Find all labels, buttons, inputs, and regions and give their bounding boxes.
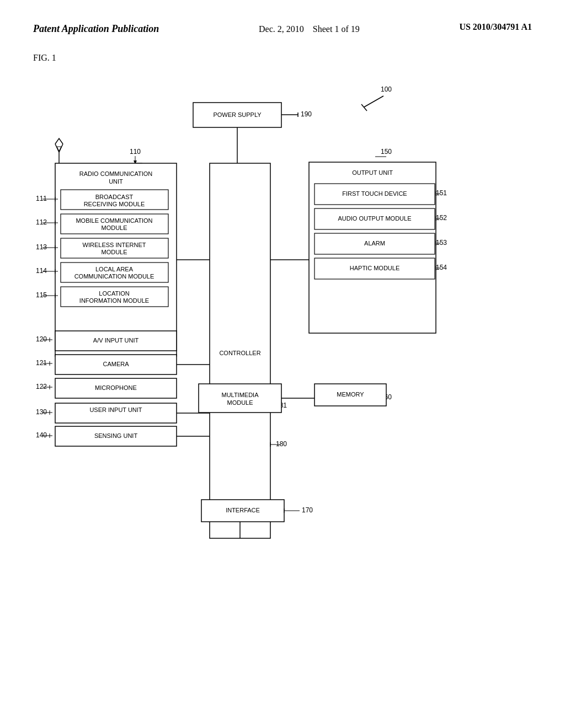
controller-label: CONTROLLER <box>219 350 260 356</box>
haptic-label: HAPTIC MODULE <box>350 265 399 271</box>
svg-line-0 <box>364 96 383 107</box>
svg-line-1 <box>361 104 367 111</box>
ref-151: 151 <box>436 189 447 197</box>
ref-140: 140 <box>36 431 47 439</box>
sensing-label: SENSING UNIT <box>94 432 138 439</box>
wireless-label: WIRELESS INTERNET <box>83 242 146 248</box>
multimedia-label: MULTIMEDIA <box>221 392 259 398</box>
header-center: Dec. 2, 2010 Sheet 1 of 19 <box>259 22 360 36</box>
ref-112: 112 <box>36 218 47 226</box>
camera-label: CAMERA <box>103 361 129 367</box>
broadcast-label: BROADCAST <box>95 194 134 200</box>
ref-100: 100 <box>381 85 392 93</box>
location-label: LOCATION <box>99 290 129 297</box>
ref-114: 114 <box>36 267 47 275</box>
ref-111: 111 <box>36 195 47 202</box>
broadcast-label2: RECEIVING MODULE <box>84 201 145 207</box>
output-unit-label: OUTPUT UNIT <box>352 169 393 176</box>
ref-120: 120 <box>36 335 47 343</box>
ref-110: 110 <box>130 148 141 156</box>
ref-153: 153 <box>436 239 447 247</box>
alarm-label: ALARM <box>364 240 385 247</box>
mobile-comm-label2: MODULE <box>101 224 127 231</box>
header-patent-number: US 2010/304791 A1 <box>459 22 532 32</box>
svg-line-54 <box>59 144 63 152</box>
ref-154: 154 <box>436 264 447 271</box>
user-input-label: USER INPUT UNIT <box>89 406 142 413</box>
ref-180: 180 <box>276 440 287 448</box>
local-area-label2: COMMUNICATION MODULE <box>74 273 154 280</box>
multimedia-label2: MODULE <box>227 399 253 406</box>
ref-152: 152 <box>436 214 447 222</box>
ref-170: 170 <box>302 506 313 514</box>
wireless-label2: MODULE <box>101 249 127 255</box>
memory-label: MEMORY <box>337 391 364 398</box>
audio-output-label: AUDIO OUTPUT MODULE <box>338 215 411 222</box>
mobile-comm-label: MOBILE COMMUNICATION <box>76 217 152 224</box>
microphone-label: MICROPHONE <box>95 384 137 391</box>
patent-diagram: 100 POWER SUPPLY 190 110 RADIO COMMUNICA… <box>0 42 565 693</box>
svg-line-53 <box>55 144 59 152</box>
location-label2: INFORMATION MODULE <box>79 297 149 304</box>
diagram-area: FIG. 1 100 POWER SUPPLY 190 110 RADIO CO… <box>0 42 565 693</box>
interface-label: INTERFACE <box>226 507 260 513</box>
header-publication: Patent Application Publication <box>33 22 159 36</box>
local-area-label: LOCAL AREA <box>95 266 134 272</box>
radio-comm-label: RADIO COMMUNICATION <box>79 170 152 177</box>
ref-150: 150 <box>381 148 392 156</box>
multimedia-box <box>199 384 281 413</box>
ref-130: 130 <box>36 408 47 416</box>
radio-comm-label2: UNIT <box>109 178 123 185</box>
ref-190: 190 <box>301 110 312 118</box>
ref-121: 121 <box>36 359 47 367</box>
page-header: Patent Application Publication Dec. 2, 2… <box>0 0 565 42</box>
power-supply-label: POWER SUPPLY <box>213 111 262 118</box>
av-input-label: A/V INPUT UNIT <box>93 337 139 344</box>
first-touch-label: FIRST TOUCH DEVICE <box>342 190 407 197</box>
ref-113: 113 <box>36 243 47 251</box>
ref-122: 122 <box>36 383 47 390</box>
ref-115: 115 <box>36 291 47 299</box>
